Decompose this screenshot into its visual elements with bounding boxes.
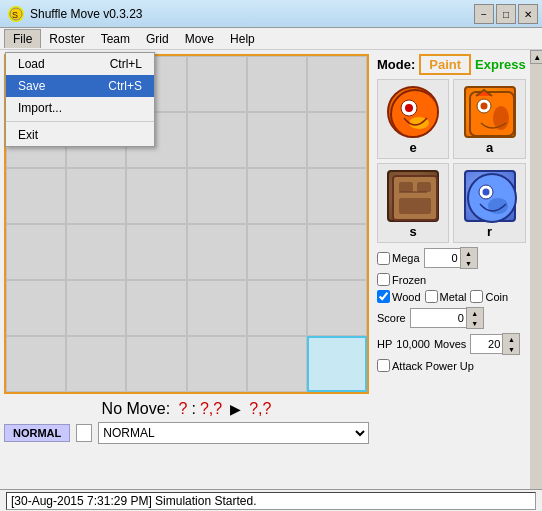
grid-cell[interactable] (187, 56, 247, 112)
grid-cell[interactable] (126, 336, 186, 392)
grid-cell[interactable] (187, 336, 247, 392)
pokemon-cell-e[interactable]: e (377, 79, 449, 159)
play-button[interactable]: ▶ (230, 401, 241, 417)
menu-roster[interactable]: Roster (41, 30, 92, 48)
score-input[interactable] (410, 308, 466, 328)
svg-text:S: S (12, 10, 18, 20)
menu-bar: File Load Ctrl+L Save Ctrl+S Import... E… (0, 28, 542, 50)
attack-row: Attack Power Up (377, 359, 526, 372)
wood-checkbox[interactable] (377, 290, 390, 303)
grid-cell[interactable] (307, 112, 367, 168)
attack-checkbox-label[interactable]: Attack Power Up (377, 359, 474, 372)
svg-point-4 (405, 104, 413, 112)
pokemon-cell-a[interactable]: a (453, 79, 525, 159)
pokemon-sprite-a (462, 84, 518, 140)
metal-checkbox[interactable] (425, 290, 438, 303)
grid-cell[interactable] (247, 168, 307, 224)
grid-cell[interactable] (66, 224, 126, 280)
mega-checkbox-label[interactable]: Mega (377, 252, 420, 265)
grid-cell[interactable] (247, 280, 307, 336)
wood-checkbox-label[interactable]: Wood (377, 290, 421, 303)
grid-cell[interactable] (307, 336, 367, 392)
mega-spinbox[interactable]: ▲ ▼ (424, 247, 478, 269)
grid-cell[interactable] (66, 168, 126, 224)
menu-help[interactable]: Help (222, 30, 263, 48)
grid-cell[interactable] (126, 168, 186, 224)
grid-cell[interactable] (126, 280, 186, 336)
close-button[interactable]: ✕ (518, 4, 538, 24)
pokemon-grid: e (377, 79, 526, 243)
title-bar: S Shuffle Move v0.3.23 − □ ✕ (0, 0, 542, 28)
coin-checkbox[interactable] (470, 290, 483, 303)
mode-label: Mode: (377, 57, 415, 72)
menu-exit[interactable]: Exit (6, 124, 154, 146)
right-scrollbar[interactable]: ▲ ▼ (530, 50, 542, 511)
grid-cell[interactable] (307, 56, 367, 112)
grid-cell[interactable] (6, 224, 66, 280)
score-spin-down[interactable]: ▼ (467, 318, 483, 328)
grid-cell[interactable] (187, 112, 247, 168)
right-panel: Mode: Paint Express (373, 50, 530, 511)
bottom-controls: No Move: ? : ?,? ▶ ?,? NORMAL NORMAL (4, 400, 369, 444)
no-move-row: No Move: ? : ?,? ▶ ?,? (4, 400, 369, 418)
grid-cell[interactable] (66, 280, 126, 336)
moves-spinbox[interactable]: ▲ ▼ (470, 333, 520, 355)
mega-checkbox[interactable] (377, 252, 390, 265)
sprite-s-img (387, 170, 439, 222)
menu-import[interactable]: Import... (6, 97, 154, 119)
frozen-label: Frozen (392, 274, 426, 286)
grid-cell[interactable] (187, 224, 247, 280)
normal-row: NORMAL NORMAL (4, 422, 369, 444)
title-bar-text: Shuffle Move v0.3.23 (30, 7, 143, 21)
maximize-button[interactable]: □ (496, 4, 516, 24)
menu-save[interactable]: Save Ctrl+S (6, 75, 154, 97)
mega-spin-down[interactable]: ▼ (461, 258, 477, 268)
grid-cell[interactable] (247, 336, 307, 392)
svg-rect-11 (399, 182, 413, 192)
grid-cell[interactable] (307, 224, 367, 280)
minimize-button[interactable]: − (474, 4, 494, 24)
frozen-checkbox-label[interactable]: Frozen (377, 273, 426, 286)
grid-cell[interactable] (187, 280, 247, 336)
grid-cell[interactable] (247, 56, 307, 112)
metal-checkbox-label[interactable]: Metal (425, 290, 467, 303)
menu-file[interactable]: File Load Ctrl+L Save Ctrl+S Import... E… (4, 29, 41, 48)
grid-cell[interactable] (187, 168, 247, 224)
grid-cell[interactable] (66, 336, 126, 392)
menu-load[interactable]: Load Ctrl+L (6, 53, 154, 75)
frozen-checkbox[interactable] (377, 273, 390, 286)
mode-express-button[interactable]: Express (475, 57, 526, 72)
menu-move[interactable]: Move (177, 30, 222, 48)
stage-select[interactable]: NORMAL (98, 422, 369, 444)
grid-cell[interactable] (247, 112, 307, 168)
wood-label: Wood (392, 291, 421, 303)
score-spinbox[interactable]: ▲ ▼ (410, 307, 484, 329)
grid-cell[interactable] (247, 224, 307, 280)
question-mark-1: ? (179, 400, 188, 418)
moves-spin-down[interactable]: ▼ (503, 344, 519, 354)
grid-cell[interactable] (126, 224, 186, 280)
scroll-track[interactable] (530, 64, 542, 497)
menu-team[interactable]: Team (93, 30, 138, 48)
mega-input[interactable] (424, 248, 460, 268)
moves-input[interactable] (470, 334, 502, 354)
mega-spin-up[interactable]: ▲ (461, 248, 477, 258)
coin-checkbox-label[interactable]: Coin (470, 290, 508, 303)
moves-spin-arrows: ▲ ▼ (502, 333, 520, 355)
stage-input[interactable] (76, 424, 92, 442)
menu-grid[interactable]: Grid (138, 30, 177, 48)
pokemon-cell-r[interactable]: r (453, 163, 525, 243)
moves-spin-up[interactable]: ▲ (503, 334, 519, 344)
grid-cell[interactable] (307, 280, 367, 336)
grid-cell[interactable] (307, 168, 367, 224)
mode-paint-button[interactable]: Paint (419, 54, 471, 75)
grid-cell[interactable] (6, 280, 66, 336)
grid-cell[interactable] (6, 168, 66, 224)
score-spin-up[interactable]: ▲ (467, 308, 483, 318)
grid-cell[interactable] (6, 336, 66, 392)
right-controls: Mega ▲ ▼ Frozen (377, 247, 526, 372)
attack-checkbox[interactable] (377, 359, 390, 372)
pokemon-cell-s[interactable]: s (377, 163, 449, 243)
scroll-up-arrow[interactable]: ▲ (530, 50, 542, 64)
file-dropdown: Load Ctrl+L Save Ctrl+S Import... Exit (5, 52, 155, 147)
